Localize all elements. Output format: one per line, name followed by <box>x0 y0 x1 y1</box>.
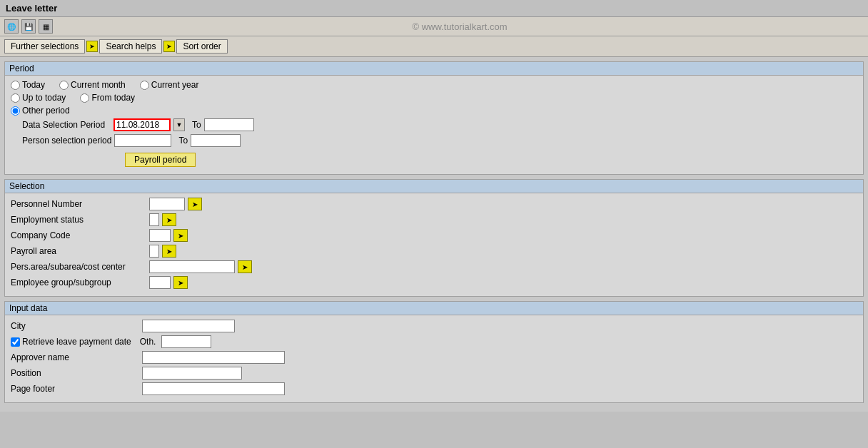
radio-up-to-today-item: Up to today <box>11 93 66 103</box>
radio-from-today-label: From today <box>91 93 135 103</box>
approver-input[interactable] <box>142 351 285 364</box>
personnel-number-arrow-button[interactable]: ➤ <box>188 198 202 210</box>
personnel-number-label: Personnel Number <box>11 199 146 209</box>
selection-section-body: Personnel Number ➤ Employment status ➤ C… <box>5 193 863 296</box>
employee-group-row: Employee group/subgroup ➤ <box>11 276 857 289</box>
period-radio-row1: Today Current month Current year <box>11 80 857 90</box>
retrieve-label: Retrieve leave payment date <box>22 337 131 347</box>
further-selections-label: Further selections <box>11 41 79 51</box>
personnel-number-row: Personnel Number ➤ <box>11 198 857 210</box>
employee-group-input[interactable] <box>149 276 171 289</box>
payroll-period-button[interactable]: Payroll period <box>125 153 196 167</box>
data-selection-period-calendar-button[interactable]: ▼ <box>173 118 185 131</box>
input-data-section-body: City Retrieve leave payment date Oth. Ap… <box>5 315 863 402</box>
page-footer-input[interactable] <box>142 382 285 395</box>
period-section-body: Today Current month Current year Up to t… <box>5 76 863 174</box>
approver-label: Approver name <box>11 352 139 362</box>
employee-group-arrow-button[interactable]: ➤ <box>173 276 188 289</box>
radio-from-today-item: From today <box>80 93 135 103</box>
further-selections-button[interactable]: Further selections <box>4 39 85 54</box>
radio-today-label: Today <box>22 80 45 90</box>
person-selection-period-from-input[interactable] <box>114 134 171 147</box>
radio-current-month-label: Current month <box>71 80 126 90</box>
page-title: Leave letter <box>6 3 57 14</box>
selection-section: Selection Personnel Number ➤ Employment … <box>4 179 864 297</box>
radio-up-to-today-label: Up to today <box>22 93 66 103</box>
approver-row: Approver name <box>11 351 857 364</box>
person-selection-to-label: To <box>178 136 188 146</box>
data-selection-period-to-input[interactable] <box>204 118 254 131</box>
city-input[interactable] <box>142 320 235 332</box>
period-section-header: Period <box>5 62 863 76</box>
payroll-period-row: Payroll period <box>11 150 857 167</box>
toolbar: 🌐 💾 ▦ © www.tutorialkart.com <box>0 17 868 36</box>
main-content: Period Today Current month Current year <box>0 57 868 412</box>
data-selection-period-label: Data Selection Period <box>11 120 111 130</box>
search-helps-arrow-icon: ➤ <box>163 41 175 52</box>
layout-icon[interactable]: ▦ <box>39 19 53 34</box>
radio-from-today[interactable] <box>80 93 89 103</box>
pers-area-row: Pers.area/subarea/cost center ➤ <box>11 260 857 273</box>
pers-area-label: Pers.area/subarea/cost center <box>11 262 146 272</box>
oth-input[interactable] <box>161 335 211 348</box>
data-selection-period-row: Data Selection Period ▼ To <box>11 118 857 131</box>
radio-other-period[interactable] <box>11 106 20 116</box>
position-label: Position <box>11 368 139 378</box>
payroll-area-input[interactable] <box>149 245 159 258</box>
button-bar: Further selections ➤ Search helps ➤ Sort… <box>0 36 868 57</box>
watermark-text: © www.tutorialkart.com <box>56 21 864 32</box>
retrieve-checkbox[interactable] <box>11 337 20 347</box>
radio-today[interactable] <box>11 81 20 90</box>
company-code-label: Company Code <box>11 230 146 240</box>
employment-status-input[interactable] <box>149 213 159 226</box>
personnel-number-input[interactable] <box>149 198 185 210</box>
payroll-area-row: Payroll area ➤ <box>11 245 857 258</box>
employment-status-arrow-button[interactable]: ➤ <box>162 213 176 226</box>
payroll-area-arrow-button[interactable]: ➤ <box>162 245 176 258</box>
person-selection-period-label: Person selection period <box>11 136 111 146</box>
period-radio-row3: Other period <box>11 106 857 116</box>
radio-current-year-label: Current year <box>151 80 199 90</box>
city-row: City <box>11 320 857 332</box>
page-footer-label: Page footer <box>11 384 139 394</box>
radio-up-to-today[interactable] <box>11 93 20 103</box>
save-icon[interactable]: 💾 <box>21 19 36 34</box>
retrieve-row: Retrieve leave payment date Oth. <box>11 335 857 348</box>
employment-status-row: Employment status ➤ <box>11 213 857 226</box>
selection-section-header: Selection <box>5 180 863 193</box>
further-selections-arrow-icon: ➤ <box>86 41 98 52</box>
radio-other-period-label: Other period <box>22 106 70 116</box>
globe-icon[interactable]: 🌐 <box>4 19 19 34</box>
search-helps-label: Search helps <box>106 41 156 51</box>
payroll-area-label: Payroll area <box>11 246 146 256</box>
period-radio-row2: Up to today From today <box>11 93 857 103</box>
city-label: City <box>11 321 139 331</box>
radio-current-month[interactable] <box>59 81 69 90</box>
pers-area-input[interactable] <box>149 260 235 273</box>
pers-area-arrow-button[interactable]: ➤ <box>238 260 252 273</box>
radio-current-year[interactable] <box>140 81 149 90</box>
page-footer-row: Page footer <box>11 382 857 395</box>
person-selection-period-to-input[interactable] <box>191 134 241 147</box>
retrieve-checkbox-item: Retrieve leave payment date <box>11 337 131 347</box>
radio-other-period-item: Other period <box>11 106 70 116</box>
data-selection-to-label: To <box>192 120 201 130</box>
position-input[interactable] <box>142 367 242 380</box>
radio-today-item: Today <box>11 80 45 90</box>
sort-order-label: Sort order <box>183 41 221 51</box>
company-code-row: Company Code ➤ <box>11 229 857 242</box>
data-selection-period-from-input[interactable] <box>113 118 171 131</box>
company-code-input[interactable] <box>149 229 171 242</box>
sort-order-button[interactable]: Sort order <box>176 39 227 54</box>
input-data-section-header: Input data <box>5 302 863 315</box>
position-row: Position <box>11 367 857 380</box>
oth-label: Oth. <box>140 337 156 347</box>
period-section: Period Today Current month Current year <box>4 61 864 175</box>
employment-status-label: Employment status <box>11 215 146 225</box>
search-helps-button[interactable]: Search helps <box>99 39 162 54</box>
radio-current-month-item: Current month <box>59 80 126 90</box>
company-code-arrow-button[interactable]: ➤ <box>173 229 188 242</box>
employee-group-label: Employee group/subgroup <box>11 278 146 287</box>
person-selection-period-row: Person selection period To <box>11 134 857 147</box>
title-bar: Leave letter <box>0 0 868 17</box>
